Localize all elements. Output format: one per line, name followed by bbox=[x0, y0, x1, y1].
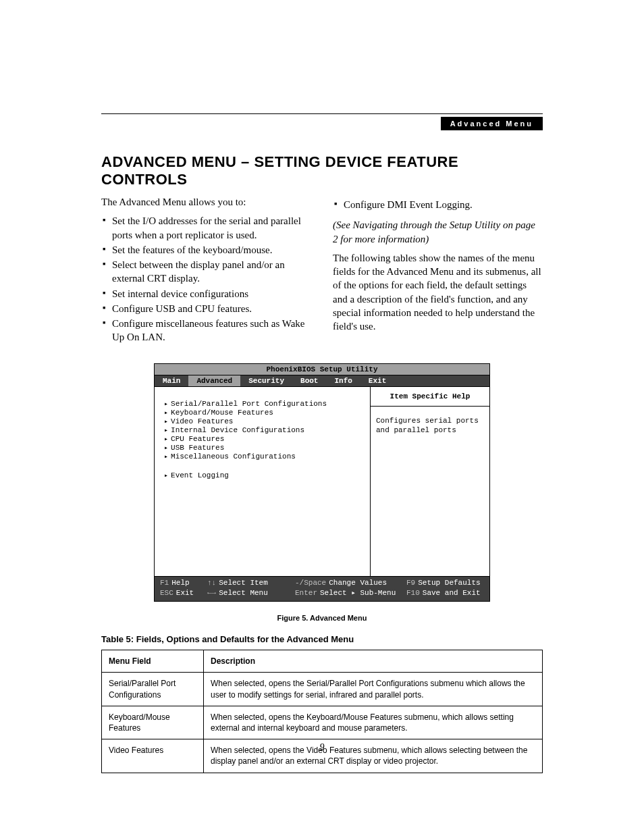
intro-lead: The Advanced Menu allows you to: bbox=[101, 195, 311, 209]
bios-help-text: Configures serial ports and parallel por… bbox=[371, 407, 489, 445]
intro-bullet: Set the I/O addresses for the serial and… bbox=[101, 214, 311, 242]
bios-help-heading: Item Specific Help bbox=[371, 387, 489, 407]
bios-title: PhoenixBIOS Setup Utility bbox=[155, 364, 489, 375]
intro-right-column: Configure DMI Event Logging. (See Naviga… bbox=[333, 195, 543, 346]
bios-item: Internal Device Configurations bbox=[164, 426, 363, 434]
key-minusspace-label: Change Values bbox=[329, 579, 387, 587]
key-leftright: ←→ bbox=[207, 589, 216, 597]
table-row: Serial/Parallel Port Configurations When… bbox=[102, 673, 543, 706]
figure-caption: Figure 5. Advanced Menu bbox=[101, 614, 543, 622]
bios-item: Keyboard/Mouse Features bbox=[164, 409, 363, 417]
bios-item: Serial/Parallel Port Configurations bbox=[164, 400, 363, 408]
key-esc-label: Exit bbox=[176, 589, 194, 597]
intro-bullet: Set the features of the keyboard/mouse. bbox=[101, 243, 311, 257]
bios-menu-security: Security bbox=[240, 375, 292, 386]
bios-menu-info: Info bbox=[326, 375, 360, 386]
intro-note: (See Navigating through the Setup Utilit… bbox=[333, 218, 543, 246]
key-leftright-label: Select Menu bbox=[219, 589, 268, 597]
key-updown-label: Select Item bbox=[219, 579, 268, 587]
key-f9: F9 bbox=[406, 579, 415, 587]
key-updown: ↑↓ bbox=[207, 579, 216, 587]
th-description: Description bbox=[204, 650, 543, 673]
bios-menu-boot: Boot bbox=[292, 375, 326, 386]
bios-menu-advanced: Advanced bbox=[188, 375, 240, 386]
key-f9-label: Setup Defaults bbox=[418, 579, 480, 587]
bios-menu-bar: Main Advanced Security Boot Info Exit bbox=[155, 375, 489, 387]
bios-item: Miscellaneous Configurations bbox=[164, 452, 363, 461]
bios-menu-main: Main bbox=[155, 375, 188, 386]
intro-bullet: Select between the display panel and/or … bbox=[101, 258, 311, 286]
bios-item: CPU Features bbox=[164, 435, 363, 443]
table-caption: Table 5: Fields, Options and Defaults fo… bbox=[101, 634, 543, 644]
bios-item-event-logging: Event Logging bbox=[164, 471, 363, 479]
bios-help-panel: Item Specific Help Configures serial por… bbox=[370, 387, 489, 576]
bios-items-panel: Serial/Parallel Port Configurations Keyb… bbox=[155, 387, 370, 576]
intro-bullet: Configure USB and CPU features. bbox=[101, 302, 311, 315]
page-number: 9 bbox=[0, 742, 644, 753]
th-menu-field: Menu Field bbox=[102, 650, 204, 673]
key-f1: F1 bbox=[160, 579, 169, 587]
section-header-label: Advanced Menu bbox=[441, 117, 543, 130]
bios-screenshot: PhoenixBIOS Setup Utility Main Advanced … bbox=[154, 363, 490, 602]
cell-menu-field: Keyboard/Mouse Features bbox=[102, 706, 204, 739]
key-f10: F10 bbox=[406, 589, 420, 597]
bios-footer: F1Help ↑↓Select Item -/SpaceChange Value… bbox=[155, 577, 489, 602]
bios-item: USB Features bbox=[164, 444, 363, 452]
key-enter-label: Select ▸ Sub-Menu bbox=[320, 589, 396, 597]
cell-menu-field: Serial/Parallel Port Configurations bbox=[102, 673, 204, 706]
intro-right-bullet: Configure DMI Event Logging. bbox=[333, 198, 543, 211]
key-esc: ESC bbox=[160, 589, 173, 597]
key-enter: Enter bbox=[295, 589, 317, 597]
page-title: ADVANCED MENU – SETTING DEVICE FEATURE C… bbox=[101, 153, 543, 188]
intro-para: The following tables show the names of t… bbox=[333, 251, 543, 334]
bios-item: Video Features bbox=[164, 417, 363, 425]
intro-bullet: Set internal device configurations bbox=[101, 287, 311, 301]
fields-table: Menu Field Description Serial/Parallel P… bbox=[101, 650, 543, 773]
key-minusspace: -/Space bbox=[295, 579, 326, 587]
key-f10-label: Save and Exit bbox=[423, 589, 481, 597]
header-divider bbox=[101, 113, 543, 114]
cell-description: When selected, opens the Serial/Parallel… bbox=[204, 673, 543, 706]
intro-left-column: The Advanced Menu allows you to: Set the… bbox=[101, 195, 311, 346]
table-row: Keyboard/Mouse Features When selected, o… bbox=[102, 706, 543, 739]
key-f1-label: Help bbox=[171, 579, 189, 587]
intro-bullet: Configure miscellaneous features such as… bbox=[101, 317, 311, 344]
cell-description: When selected, opens the Keyboard/Mouse … bbox=[204, 706, 543, 739]
bios-menu-exit: Exit bbox=[360, 375, 394, 386]
